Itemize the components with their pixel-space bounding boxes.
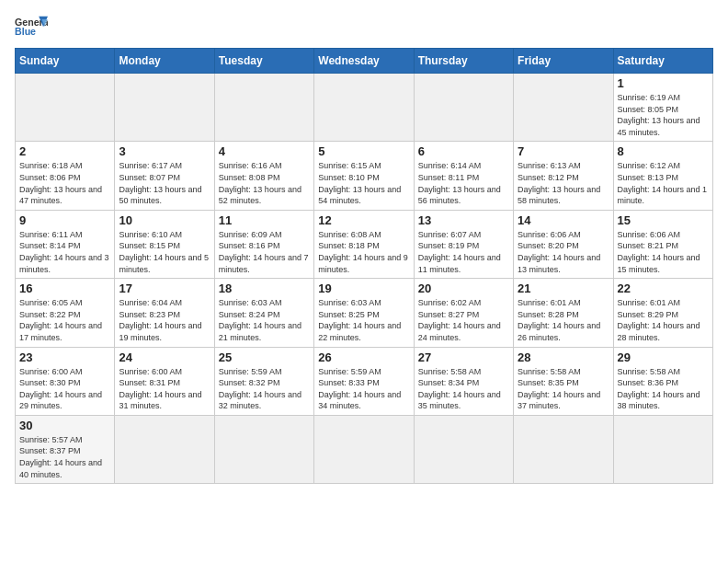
day-number: 18 [219, 282, 310, 295]
day-info: Sunrise: 6:12 AM Sunset: 8:13 PM Dayligh… [618, 160, 709, 206]
day-info: Sunrise: 6:03 AM Sunset: 8:24 PM Dayligh… [219, 297, 310, 343]
calendar-cell: 10Sunrise: 6:10 AM Sunset: 8:15 PM Dayli… [115, 210, 214, 278]
day-info: Sunrise: 6:08 AM Sunset: 8:18 PM Dayligh… [318, 229, 409, 275]
calendar-cell [613, 415, 712, 483]
calendar-cell: 23Sunrise: 6:00 AM Sunset: 8:30 PM Dayli… [16, 347, 115, 415]
page-header: General Blue [15, 15, 713, 40]
day-info: Sunrise: 6:05 AM Sunset: 8:22 PM Dayligh… [19, 297, 110, 343]
day-info: Sunrise: 6:02 AM Sunset: 8:27 PM Dayligh… [418, 297, 509, 343]
day-number: 11 [219, 213, 310, 227]
day-number: 14 [518, 213, 609, 227]
calendar-cell: 5Sunrise: 6:15 AM Sunset: 8:10 PM Daylig… [314, 142, 414, 210]
weekday-header-sunday: Sunday [16, 49, 115, 74]
calendar-cell [514, 415, 613, 483]
day-info: Sunrise: 5:57 AM Sunset: 8:37 PM Dayligh… [19, 434, 110, 480]
day-info: Sunrise: 6:17 AM Sunset: 8:07 PM Dayligh… [119, 160, 210, 206]
calendar-cell: 20Sunrise: 6:02 AM Sunset: 8:27 PM Dayli… [414, 279, 513, 347]
day-number: 20 [418, 282, 509, 295]
day-info: Sunrise: 6:11 AM Sunset: 8:14 PM Dayligh… [19, 229, 110, 275]
day-number: 25 [219, 350, 310, 364]
calendar-cell: 1Sunrise: 6:19 AM Sunset: 8:05 PM Daylig… [613, 74, 712, 142]
calendar-week-5: 23Sunrise: 6:00 AM Sunset: 8:30 PM Dayli… [16, 347, 713, 415]
day-number: 9 [19, 213, 110, 227]
calendar-week-1: 1Sunrise: 6:19 AM Sunset: 8:05 PM Daylig… [16, 74, 713, 142]
calendar-cell [514, 74, 613, 142]
calendar-cell [214, 74, 313, 142]
calendar-cell: 13Sunrise: 6:07 AM Sunset: 8:19 PM Dayli… [414, 210, 513, 278]
calendar-cell: 8Sunrise: 6:12 AM Sunset: 8:13 PM Daylig… [613, 142, 712, 210]
calendar-cell [214, 415, 313, 483]
calendar-cell: 28Sunrise: 5:58 AM Sunset: 8:35 PM Dayli… [514, 347, 613, 415]
day-info: Sunrise: 6:01 AM Sunset: 8:28 PM Dayligh… [518, 297, 609, 343]
day-number: 22 [618, 282, 709, 295]
day-number: 5 [318, 144, 409, 158]
logo: General Blue [15, 15, 48, 40]
calendar-cell: 25Sunrise: 5:59 AM Sunset: 8:32 PM Dayli… [214, 347, 313, 415]
calendar-week-3: 9Sunrise: 6:11 AM Sunset: 8:14 PM Daylig… [16, 210, 713, 278]
day-info: Sunrise: 6:09 AM Sunset: 8:16 PM Dayligh… [219, 229, 310, 275]
calendar-cell: 21Sunrise: 6:01 AM Sunset: 8:28 PM Dayli… [514, 279, 613, 347]
calendar-cell [314, 74, 414, 142]
calendar-cell: 14Sunrise: 6:06 AM Sunset: 8:20 PM Dayli… [514, 210, 613, 278]
svg-text:Blue: Blue [15, 26, 36, 37]
day-info: Sunrise: 6:07 AM Sunset: 8:19 PM Dayligh… [418, 229, 509, 275]
calendar-week-2: 2Sunrise: 6:18 AM Sunset: 8:06 PM Daylig… [16, 142, 713, 210]
weekday-header-tuesday: Tuesday [214, 49, 313, 74]
calendar-week-6: 30Sunrise: 5:57 AM Sunset: 8:37 PM Dayli… [16, 415, 713, 483]
day-number: 27 [418, 350, 509, 364]
day-info: Sunrise: 5:58 AM Sunset: 8:34 PM Dayligh… [418, 366, 509, 412]
calendar-cell: 4Sunrise: 6:16 AM Sunset: 8:08 PM Daylig… [214, 142, 313, 210]
weekday-header-monday: Monday [115, 49, 214, 74]
calendar-cell: 26Sunrise: 5:59 AM Sunset: 8:33 PM Dayli… [314, 347, 414, 415]
day-number: 29 [618, 350, 709, 364]
day-number: 30 [19, 419, 110, 432]
calendar-week-4: 16Sunrise: 6:05 AM Sunset: 8:22 PM Dayli… [16, 279, 713, 347]
day-info: Sunrise: 5:59 AM Sunset: 8:32 PM Dayligh… [219, 366, 310, 412]
calendar-cell: 12Sunrise: 6:08 AM Sunset: 8:18 PM Dayli… [314, 210, 414, 278]
day-info: Sunrise: 6:06 AM Sunset: 8:21 PM Dayligh… [618, 229, 709, 275]
weekday-header-wednesday: Wednesday [314, 49, 414, 74]
day-info: Sunrise: 6:10 AM Sunset: 8:15 PM Dayligh… [119, 229, 210, 275]
calendar-cell: 17Sunrise: 6:04 AM Sunset: 8:23 PM Dayli… [115, 279, 214, 347]
calendar-table: SundayMondayTuesdayWednesdayThursdayFrid… [15, 48, 713, 484]
weekday-header-saturday: Saturday [613, 49, 712, 74]
calendar-cell: 16Sunrise: 6:05 AM Sunset: 8:22 PM Dayli… [16, 279, 115, 347]
weekday-header-row: SundayMondayTuesdayWednesdayThursdayFrid… [16, 49, 713, 74]
calendar-cell: 7Sunrise: 6:13 AM Sunset: 8:12 PM Daylig… [514, 142, 613, 210]
day-number: 13 [418, 213, 509, 227]
calendar-cell: 11Sunrise: 6:09 AM Sunset: 8:16 PM Dayli… [214, 210, 313, 278]
day-number: 17 [119, 282, 210, 295]
calendar-cell [115, 74, 214, 142]
day-number: 10 [119, 213, 210, 227]
calendar-cell: 22Sunrise: 6:01 AM Sunset: 8:29 PM Dayli… [613, 279, 712, 347]
day-number: 2 [19, 144, 110, 158]
calendar-cell: 9Sunrise: 6:11 AM Sunset: 8:14 PM Daylig… [16, 210, 115, 278]
day-number: 26 [318, 350, 409, 364]
day-info: Sunrise: 6:04 AM Sunset: 8:23 PM Dayligh… [119, 297, 210, 343]
day-number: 15 [618, 213, 709, 227]
day-info: Sunrise: 6:13 AM Sunset: 8:12 PM Dayligh… [518, 160, 609, 206]
calendar-cell: 19Sunrise: 6:03 AM Sunset: 8:25 PM Dayli… [314, 279, 414, 347]
day-number: 21 [518, 282, 609, 295]
day-number: 12 [318, 213, 409, 227]
day-number: 6 [418, 144, 509, 158]
calendar-cell: 27Sunrise: 5:58 AM Sunset: 8:34 PM Dayli… [414, 347, 513, 415]
calendar-cell: 24Sunrise: 6:00 AM Sunset: 8:31 PM Dayli… [115, 347, 214, 415]
day-info: Sunrise: 5:59 AM Sunset: 8:33 PM Dayligh… [318, 366, 409, 412]
calendar-cell [414, 74, 513, 142]
day-number: 8 [618, 144, 709, 158]
day-number: 16 [19, 282, 110, 295]
weekday-header-thursday: Thursday [414, 49, 513, 74]
day-info: Sunrise: 6:00 AM Sunset: 8:31 PM Dayligh… [119, 366, 210, 412]
calendar-cell [314, 415, 414, 483]
calendar-cell [16, 74, 115, 142]
calendar-cell [414, 415, 513, 483]
day-info: Sunrise: 5:58 AM Sunset: 8:36 PM Dayligh… [618, 366, 709, 412]
calendar-cell: 6Sunrise: 6:14 AM Sunset: 8:11 PM Daylig… [414, 142, 513, 210]
day-info: Sunrise: 6:16 AM Sunset: 8:08 PM Dayligh… [219, 160, 310, 206]
day-info: Sunrise: 6:06 AM Sunset: 8:20 PM Dayligh… [518, 229, 609, 275]
day-info: Sunrise: 5:58 AM Sunset: 8:35 PM Dayligh… [518, 366, 609, 412]
day-number: 4 [219, 144, 310, 158]
day-number: 28 [518, 350, 609, 364]
day-number: 23 [19, 350, 110, 364]
